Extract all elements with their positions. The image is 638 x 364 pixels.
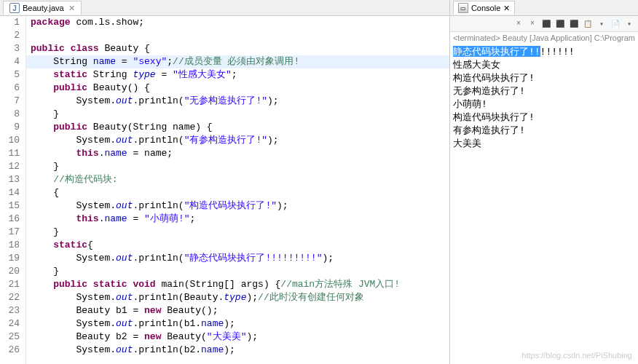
- toolbar-button[interactable]: ▾: [596, 18, 607, 30]
- code-line[interactable]: //构造代码块:: [26, 173, 449, 186]
- code-line[interactable]: String name = "sexy";//成员变量 必须由对象调用!: [26, 55, 449, 68]
- code-line[interactable]: }: [26, 265, 449, 278]
- console-tab[interactable]: ▭ Console ✕: [453, 1, 515, 15]
- line-gutter: 1234567891011121314151617181920212223242…: [0, 16, 26, 364]
- toolbar-button[interactable]: ×: [513, 18, 524, 30]
- line-number: 19: [0, 252, 20, 265]
- console-pane: ▭ Console ✕ ××⬛⬛⬛📋▾📄▾ <terminated> Beaut…: [450, 0, 638, 364]
- console-tab-label: Console: [471, 4, 500, 12]
- code-line[interactable]: }: [26, 108, 449, 121]
- line-number: 16: [0, 213, 20, 226]
- line-number: 6: [0, 82, 20, 95]
- console-output-line: 大美美: [453, 137, 635, 150]
- console-output[interactable]: 静态代码块执行了!!!!!!!!性感大美女构造代码块执行了!无参构造执行了!小萌…: [450, 44, 638, 364]
- code-line[interactable]: this.name = name;: [26, 147, 449, 160]
- line-number: 17: [0, 226, 20, 239]
- line-number: 12: [0, 160, 20, 173]
- line-number: 11: [0, 147, 20, 160]
- code-line[interactable]: System.out.println("无参构造执行了!");: [26, 95, 449, 108]
- line-number: 1: [0, 16, 20, 29]
- console-output-line: 性感大美女: [453, 58, 635, 71]
- code-line[interactable]: Beauty b1 = new Beauty();: [26, 304, 449, 317]
- line-number: 9: [0, 121, 20, 134]
- toolbar-button[interactable]: ⬛: [568, 18, 580, 30]
- toolbar-button[interactable]: ⬛: [554, 18, 566, 30]
- code-line[interactable]: System.out.println(b2.name);: [26, 344, 449, 357]
- code-line[interactable]: }: [26, 226, 449, 239]
- close-icon[interactable]: ✕: [68, 4, 75, 13]
- line-number: 2: [0, 29, 20, 42]
- console-output-line: 静态代码块执行了!!!!!!!!: [453, 45, 635, 58]
- code-line[interactable]: [26, 29, 449, 42]
- line-number: 22: [0, 291, 20, 304]
- close-icon[interactable]: ✕: [503, 4, 510, 13]
- line-number: 26: [0, 344, 20, 357]
- toolbar-button[interactable]: 📋: [582, 18, 594, 30]
- code-line[interactable]: package com.ls.show;: [26, 16, 449, 29]
- console-toolbar: ××⬛⬛⬛📋▾📄▾: [450, 16, 638, 32]
- console-icon: ▭: [458, 3, 468, 13]
- code-line[interactable]: {: [26, 186, 449, 199]
- code-line[interactable]: Beauty b2 = new Beauty("大美美");: [26, 331, 449, 344]
- code-line[interactable]: public Beauty(String name) {: [26, 121, 449, 134]
- editor-tab-filename: Beauty.java: [23, 4, 64, 12]
- toolbar-button[interactable]: ⬛: [540, 18, 552, 30]
- code-content[interactable]: package com.ls.show;public class Beauty …: [26, 16, 449, 364]
- line-number: 15: [0, 199, 20, 213]
- line-number: 3: [0, 42, 20, 55]
- code-line[interactable]: System.out.println("静态代码块执行了!!!!!!!!!");: [26, 252, 449, 265]
- line-number: 5: [0, 68, 20, 82]
- line-number: 21: [0, 278, 20, 291]
- java-file-icon: J: [9, 3, 20, 13]
- terminated-status: <terminated> Beauty [Java Application] C…: [450, 32, 638, 44]
- line-number: 25: [0, 331, 20, 344]
- code-line[interactable]: this.name = "小萌萌!";: [26, 213, 449, 226]
- editor-tab[interactable]: J Beauty.java ✕: [3, 1, 82, 15]
- code-line[interactable]: public class Beauty {: [26, 42, 449, 55]
- console-tab-bar: ▭ Console ✕: [450, 0, 638, 16]
- console-output-line: 有参构造执行了!: [453, 124, 635, 137]
- line-number: 7: [0, 95, 20, 108]
- console-output-line: 无参构造执行了!: [453, 84, 635, 98]
- toolbar-button[interactable]: 📄: [610, 18, 621, 30]
- console-output-line: 小萌萌!: [453, 98, 635, 111]
- toolbar-button[interactable]: ×: [527, 18, 538, 30]
- line-number: 23: [0, 304, 20, 317]
- code-line[interactable]: static String type = "性感大美女";: [26, 68, 449, 82]
- line-number: 4: [0, 55, 20, 68]
- console-output-line: 构造代码块执行了!: [453, 71, 635, 84]
- line-number: 13: [0, 173, 20, 186]
- editor-pane: J Beauty.java ✕ 123456789101112131415161…: [0, 0, 450, 364]
- line-number: 14: [0, 186, 20, 199]
- code-line[interactable]: System.out.println("有参构造执行了!");: [26, 134, 449, 147]
- code-area[interactable]: 1234567891011121314151617181920212223242…: [0, 16, 449, 364]
- code-line[interactable]: public static void main(String[] args) {…: [26, 278, 449, 291]
- code-line[interactable]: System.out.println(Beauty.type);//此时没有创建…: [26, 291, 449, 304]
- line-number: 20: [0, 265, 20, 278]
- code-line[interactable]: System.out.println("构造代码块执行了!");: [26, 199, 449, 213]
- editor-tab-bar: J Beauty.java ✕: [0, 0, 449, 16]
- code-line[interactable]: public Beauty() {: [26, 82, 449, 95]
- line-number: 24: [0, 317, 20, 331]
- line-number: 10: [0, 134, 20, 147]
- code-line[interactable]: System.out.println(b1.name);: [26, 317, 449, 331]
- toolbar-button[interactable]: ▾: [623, 18, 635, 30]
- console-output-line: 构造代码块执行了!: [453, 111, 635, 124]
- line-number: 8: [0, 108, 20, 121]
- line-number: 18: [0, 239, 20, 252]
- code-line[interactable]: static{: [26, 239, 449, 252]
- code-line[interactable]: }: [26, 160, 449, 173]
